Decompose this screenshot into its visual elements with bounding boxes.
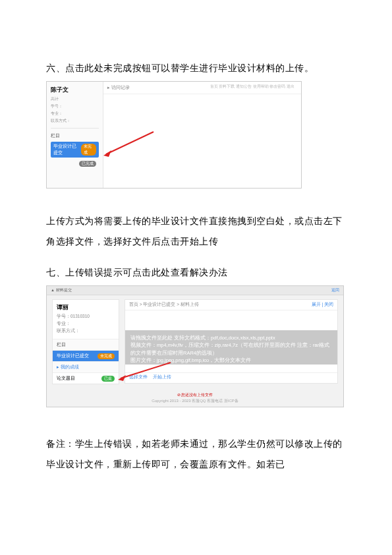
- topnav-right: 返回: [329, 287, 339, 293]
- section-label: 栏目: [51, 132, 99, 139]
- panel-actions[interactable]: 展开 | 关闭: [312, 302, 333, 308]
- student-name: 谭丽: [57, 303, 115, 312]
- section-caption: 栏目: [53, 339, 119, 351]
- topnav-return[interactable]: 返回: [331, 288, 339, 292]
- sidebar-item-label: 论文题目: [57, 375, 75, 382]
- student-sub4: 联系方式：: [51, 118, 99, 124]
- drop-line1: 请拖拽文件至此处 支持文档格式：pdf,doc,docx,xlsx,xls,pp…: [130, 334, 332, 341]
- sidebar-item-unfinished[interactable]: 毕业设计已提交 未完成: [51, 142, 99, 158]
- upload-warning: ⊘ 您还没有上传文件: [47, 392, 343, 398]
- screenshot-1: 陈子文 高计 学号： 专业： 联系方式： 栏目 毕业设计已提交 未完成 已完成 …: [46, 81, 302, 189]
- sidebar-item-submitted[interactable]: 毕业设计已提交 未完成: [53, 351, 119, 361]
- heading-six: 六、点击此处未完成按钮可以替学生进行毕业设计材料的上传。: [46, 59, 346, 77]
- topnav-left: ▲ 材料提交: [51, 287, 72, 293]
- footer-copyright: ⊘ 您还没有上传文件 Copyright 2013 - 2023 客服QQ 客服…: [47, 392, 343, 404]
- status-pill-unfinished: 未完成: [81, 144, 96, 156]
- select-file-link[interactable]: 选择文件: [129, 374, 148, 379]
- topnav-links[interactable]: 首页 资料下载 通知公告 使用帮助 修改密码 退出: [210, 84, 294, 88]
- paragraph-upload-note: 上传方式为将需要上传的毕业设计文件直接拖拽到空白处，或点击左下角选择文件，选择好…: [46, 211, 346, 252]
- drop-zone[interactable]: 请拖拽文件至此处 支持文档格式：pdf,doc,docx,xlsx,xls,pp…: [125, 330, 337, 365]
- student-sub3: 联系方式：: [57, 328, 115, 334]
- shot2-topnav: ▲ 材料提交 返回: [47, 286, 343, 295]
- sidebar-item-label: 毕业设计已提交: [57, 353, 89, 359]
- student-sub1: 高计: [51, 96, 99, 102]
- breadcrumb-text: 首页 > 毕业设计已提交 > 材料上传: [129, 302, 199, 308]
- shot1-sidebar: 陈子文 高计 学号： 专业： 联系方式： 栏目 毕业设计已提交 未完成 已完成: [47, 82, 103, 188]
- sidebar-item-grades[interactable]: ▸ 我的成绩: [53, 361, 119, 373]
- heading-seven: 七、上传错误提示可点击此处查看解决办法: [46, 264, 346, 281]
- panel-footer: 选择文件 开始上传: [125, 372, 337, 383]
- shot1-topnav: 首页 资料下载 通知公告 使用帮助 修改密码 退出: [210, 84, 297, 90]
- status-pill-done: 已提: [101, 376, 115, 382]
- shot2-panel: 首页 > 毕业设计已提交 > 材料上传 展开 | 关闭 请拖拽文件至此处 支持文…: [125, 299, 338, 384]
- panel-breadcrumb: 首页 > 毕业设计已提交 > 材料上传 展开 | 关闭: [125, 300, 337, 310]
- student-sub2: 学号：: [51, 103, 99, 109]
- student-sub2: 专业：: [57, 321, 115, 327]
- sidebar-item-thesis[interactable]: 论文题目 已提: [53, 373, 119, 384]
- shot2-sidebar: 谭丽 学号：01310310 专业： 联系方式： 栏目 毕业设计已提交 未完成 …: [52, 299, 119, 384]
- start-upload-link[interactable]: 开始上传: [153, 374, 171, 379]
- status-pill-finished: 已完成: [79, 161, 96, 167]
- divider: [51, 128, 99, 129]
- shot1-main: ▸ 访问记录: [103, 82, 301, 188]
- drop-line3: 图片文件：jpg,jpeg,png,gif,bmp,ico，大部分文本文件: [130, 357, 332, 364]
- student-sub1: 学号：01310310: [57, 314, 115, 320]
- student-info: 谭丽 学号：01310310 专业： 联系方式：: [53, 300, 119, 339]
- sidebar-item-label: 毕业设计已提交: [53, 143, 81, 156]
- paragraph-remark: 备注：学生上传错误，如若老师未通过，那么学生仍然可以修改上传的毕业设计文件，重新…: [46, 434, 346, 475]
- copyright-text: Copyright 2013 - 2023 客服QQ 客服电话 浙ICP备: [47, 398, 343, 404]
- student-name: 陈子文: [51, 86, 99, 94]
- sidebar-item-finished[interactable]: 已完成: [51, 160, 99, 168]
- drop-line2: 视频文件：mp4,m4v,flv，压缩文件：zip,rar4,7z（可在线打开里…: [130, 341, 332, 357]
- student-sub3: 专业：: [51, 111, 99, 117]
- screenshot-2: ▲ 材料提交 返回 谭丽 学号：01310310 专业： 联系方式： 栏目 毕业…: [46, 285, 344, 407]
- status-pill-unfinished: 未完成: [98, 353, 115, 359]
